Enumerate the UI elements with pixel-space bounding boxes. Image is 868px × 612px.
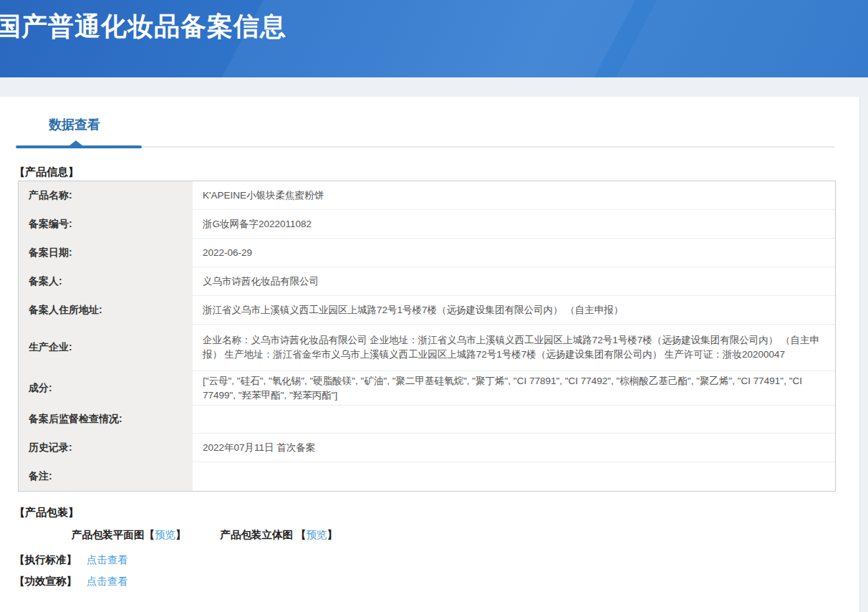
tab-data-view[interactable]: 数据查看 [49,116,100,133]
row-value: 2022年07月11日 首次备案 [193,434,835,462]
row-value: ["云母", "硅石", "氧化锡", "硬脂酸镁", "矿油", "聚二甲基硅… [193,371,835,405]
row-label: 成分: [19,371,193,405]
bracket-open: 【 [296,529,307,540]
tab-active-arrow [69,140,82,145]
row-label: 备注: [19,462,193,491]
table-row-history: 历史记录: 2022年07月11日 首次备案 [19,434,835,462]
subheader-strip [0,77,868,97]
standard-title: 【执行标准】 [14,554,77,565]
table-row-supervision-check: 备案后监督检查情况: [19,406,835,434]
packaging-flat-item: 产品包装平面图【预览】 [72,529,186,540]
row-value [193,462,835,491]
packaging-flat-preview-link[interactable]: 预览 [155,529,175,540]
table-row-registrant: 备案人: 义乌市诗茜化妆品有限公司 [19,267,835,296]
row-value: 浙G妆网备字2022011082 [193,210,835,238]
packaging-3d-item: 产品包装立体图 【预览】 [221,529,338,540]
tab-divider-line [142,146,835,148]
row-label: 历史记录: [19,434,193,462]
table-row-filing-date: 备案日期: 2022-06-29 [19,239,835,267]
table-row-manufacturer: 生产企业: 企业名称：义乌市诗茜化妆品有限公司 企业地址：浙江省义乌市上溪镇义西… [19,325,835,371]
content-card: 数据查看 【产品信息】 产品名称: K'APEINE小银块柔焦蜜粉饼 备案编号:… [0,97,859,612]
page: 国产普通化妆品备案信息 数据查看 【产品信息】 产品名称: K'APEINE小银… [0,0,868,612]
table-row-remarks: 备注: [19,462,835,491]
row-value: 浙江省义乌市上溪镇义西工业园区上城路72号1号楼7楼（远扬建设集团有限公司内） … [193,296,835,324]
tab-active-underline [16,145,142,148]
bracket-open: 【 [145,529,155,540]
row-label: 备案后监督检查情况: [19,406,193,433]
row-label: 备案编号: [19,210,193,238]
packaging-flat-label: 产品包装平面图 [72,529,145,540]
efficacy-title: 【功效宣称】 [14,575,77,587]
row-label: 生产企业: [19,325,193,370]
efficacy-row: 【功效宣称】点击查看 [14,575,128,588]
row-value: 义乌市诗茜化妆品有限公司 [193,267,835,295]
efficacy-view-link[interactable]: 点击查看 [87,575,128,587]
row-label: 备案人住所地址: [19,296,193,324]
section-packaging-title: 【产品包装】 [14,506,79,520]
table-row-ingredients: 成分: ["云母", "硅石", "氧化锡", "硬脂酸镁", "矿油", "聚… [19,371,835,406]
row-label: 产品名称: [19,181,193,209]
table-row-registrant-address: 备案人住所地址: 浙江省义乌市上溪镇义西工业园区上城路72号1号楼7楼（远扬建设… [19,296,835,325]
bracket-close: 】 [327,529,338,540]
product-info-table: 产品名称: K'APEINE小银块柔焦蜜粉饼 备案编号: 浙G妆网备字20220… [18,181,836,492]
row-value [193,406,835,433]
table-row-filing-number: 备案编号: 浙G妆网备字2022011082 [19,210,835,239]
standard-view-link[interactable]: 点击查看 [87,554,128,565]
row-value: K'APEINE小银块柔焦蜜粉饼 [193,181,835,209]
packaging-3d-label: 产品包装立体图 [221,529,296,540]
packaging-line: 产品包装平面图【预览】产品包装立体图 【预览】 [72,528,337,542]
bracket-close: 】 [175,529,186,540]
table-row-product-name: 产品名称: K'APEINE小银块柔焦蜜粉饼 [19,181,835,210]
row-value: 企业名称：义乌市诗茜化妆品有限公司 企业地址：浙江省义乌市上溪镇义西工业园区上城… [193,325,835,370]
page-title: 国产普通化妆品备案信息 [0,9,286,44]
standard-row: 【执行标准】点击查看 [14,553,128,567]
packaging-3d-preview-link[interactable]: 预览 [307,529,327,540]
section-product-info-title: 【产品信息】 [14,166,79,179]
page-header: 国产普通化妆品备案信息 [0,0,868,77]
row-label: 备案人: [19,267,193,295]
row-label: 备案日期: [19,239,193,267]
right-edge-strip [859,97,868,612]
row-value: 2022-06-29 [193,239,835,267]
